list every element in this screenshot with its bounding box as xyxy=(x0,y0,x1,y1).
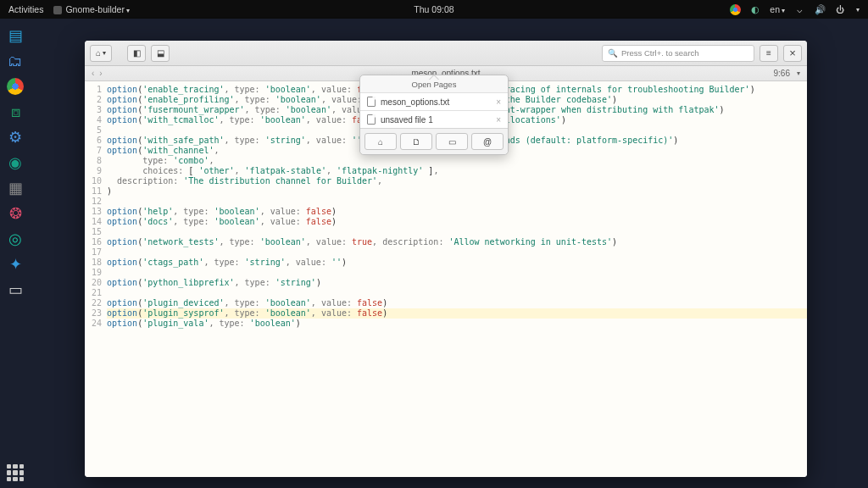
headerbar: ⌂▾ ◧ ⬓ 🔍 Press Ctrl+. to search ≡ × xyxy=(85,41,807,66)
panel-left-button[interactable]: ◧ xyxy=(127,45,146,62)
dock-app-text[interactable]: ▭ xyxy=(3,278,27,302)
nav-forward-button[interactable]: › xyxy=(99,69,102,78)
popover-home-button[interactable]: ⌂ xyxy=(364,133,397,150)
panel-bottom-icon: ⬓ xyxy=(157,48,164,58)
link-icon: @ xyxy=(483,137,492,147)
dock-app-music[interactable]: ◉ xyxy=(3,151,27,175)
app-menu[interactable]: Gnome-builder▾ xyxy=(53,4,129,14)
popover-actions: ⌂ 🗋 ▭ @ xyxy=(360,128,508,154)
code-line[interactable] xyxy=(107,247,807,258)
code-line[interactable]: description: 'The distribution channel f… xyxy=(107,176,807,186)
open-page-item[interactable]: unsaved file 1× xyxy=(360,110,508,128)
panel-bottom-button[interactable]: ⬓ xyxy=(151,45,170,62)
dock-app-compass[interactable]: ✦ xyxy=(3,252,27,276)
open-page-item[interactable]: meson_options.txt× xyxy=(360,92,508,110)
panel-left-icon: ◧ xyxy=(133,48,141,58)
dock-app-lollypop[interactable]: ❂ xyxy=(3,202,27,225)
nav-back-button[interactable]: ‹ xyxy=(92,69,94,78)
cursor-position: 9:66 xyxy=(774,69,790,78)
code-line[interactable]: ) xyxy=(107,186,807,197)
code-line[interactable] xyxy=(107,288,807,298)
power-icon[interactable]: ⏻ xyxy=(834,3,846,15)
tab-menu-chevron-icon[interactable]: ▾ xyxy=(797,69,800,77)
code-line[interactable]: option('plugin_sysprof', type: 'boolean'… xyxy=(107,308,807,319)
dock-app-files[interactable]: 🗂 xyxy=(3,49,27,73)
file-icon xyxy=(367,114,376,125)
dock-app-settings[interactable]: ⚙ xyxy=(3,125,27,149)
popover-split-button[interactable]: ▭ xyxy=(436,133,468,150)
home-icon: ⌂ xyxy=(96,48,101,58)
menu-icon: ≡ xyxy=(766,48,771,58)
open-pages-popover: Open Pages meson_options.txt×unsaved fil… xyxy=(359,75,509,155)
home-button[interactable]: ⌂▾ xyxy=(90,45,112,62)
lang-indicator[interactable]: en▾ xyxy=(770,4,785,14)
hamburger-menu-button[interactable]: ≡ xyxy=(760,45,778,62)
dock-app-maps[interactable]: ◎ xyxy=(3,227,27,251)
dock-app-chrome[interactable] xyxy=(3,75,27,98)
code-line[interactable]: option('plugin_deviced', type: 'boolean'… xyxy=(107,298,807,308)
close-page-button[interactable]: × xyxy=(496,97,501,107)
popover-title: Open Pages xyxy=(360,75,508,92)
code-line[interactable]: choices: [ 'other', 'flatpak-stable', 'f… xyxy=(107,166,807,176)
code-line[interactable]: option('plugin_vala', type: 'boolean') xyxy=(107,319,807,329)
close-icon: × xyxy=(789,47,796,59)
code-line[interactable] xyxy=(107,227,807,237)
window-close-button[interactable]: × xyxy=(783,45,802,62)
global-search-field[interactable]: 🔍 Press Ctrl+. to search xyxy=(602,45,754,62)
dock-app-books[interactable]: ▤ xyxy=(3,24,27,47)
activities-button[interactable]: Activities xyxy=(8,4,43,14)
volume-icon[interactable]: 🔊 xyxy=(814,3,826,15)
code-line[interactable]: option('help', type: 'boolean', value: f… xyxy=(107,207,807,217)
line-number-gutter: 123456789101112131415161718192021222324 xyxy=(85,81,105,477)
code-line[interactable]: option('python_libprefix', type: 'string… xyxy=(107,278,807,288)
network-icon[interactable]: ⌵ xyxy=(793,3,805,15)
split-icon: ▭ xyxy=(448,137,456,147)
chrome-indicator-icon[interactable] xyxy=(729,3,741,15)
code-line[interactable] xyxy=(107,197,807,207)
open-page-label: unsaved file 1 xyxy=(381,115,433,125)
code-line[interactable]: type: 'combo', xyxy=(107,156,807,166)
code-line[interactable]: option('network_tests', type: 'boolean',… xyxy=(107,237,807,247)
dock-app-calc[interactable]: ▦ xyxy=(3,176,27,200)
chevron-down-icon: ▾ xyxy=(126,7,130,14)
search-placeholder: Press Ctrl+. to search xyxy=(621,48,699,58)
file-icon xyxy=(367,97,376,107)
close-page-button[interactable]: × xyxy=(496,115,501,125)
clock[interactable]: Thu 09:08 xyxy=(414,4,453,14)
dock-app-vscode[interactable]: ⧈ xyxy=(3,100,27,124)
code-line[interactable] xyxy=(107,268,807,278)
popover-link-button[interactable]: @ xyxy=(471,133,504,150)
code-line[interactable]: option('ctags_path', type: 'string', val… xyxy=(107,258,807,268)
code-line[interactable]: option('docs', type: 'boolean', value: f… xyxy=(107,217,807,227)
weather-indicator-icon[interactable]: ◐ xyxy=(749,3,761,15)
system-menu-chevron-icon[interactable]: ▾ xyxy=(856,6,860,14)
show-applications-button[interactable] xyxy=(7,464,24,481)
open-page-label: meson_options.txt xyxy=(381,97,449,107)
file-new-icon: 🗋 xyxy=(412,137,420,147)
gnome-top-panel: Activities Gnome-builder▾ Thu 09:08 ◐ en… xyxy=(0,0,868,19)
popover-new-file-button[interactable]: 🗋 xyxy=(400,133,432,150)
dash-dock: ▤ 🗂 ⧈ ⚙ ◉ ▦ ❂ ◎ ✦ ▭ xyxy=(0,19,31,464)
home-icon: ⌂ xyxy=(378,137,383,147)
search-icon: 🔍 xyxy=(608,48,618,58)
